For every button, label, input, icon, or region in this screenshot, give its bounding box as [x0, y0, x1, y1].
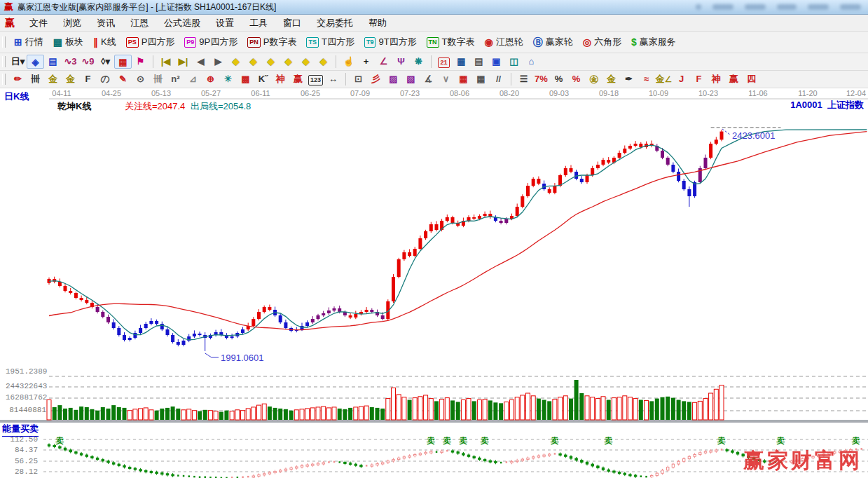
- f-ruler-tool[interactable]: F: [79, 72, 97, 86]
- remote-computer-button[interactable]: ⌂: [523, 55, 540, 69]
- info-panel-tool[interactable]: ▤: [44, 55, 62, 69]
- angle-mirror-tool[interactable]: ⊿: [184, 72, 202, 86]
- menu-item-设置[interactable]: 设置: [208, 15, 242, 31]
- j-angle-tool[interactable]: J: [673, 72, 690, 86]
- scale-list-tool[interactable]: ☰: [515, 72, 532, 86]
- f-angle-tool[interactable]: F: [690, 72, 708, 86]
- p-number-table-button[interactable]: PNP数字表: [242, 34, 301, 50]
- winner-service-button[interactable]: $赢家服务: [626, 34, 681, 50]
- wave-3-tool[interactable]: ∿3: [62, 55, 79, 69]
- n-square-tool[interactable]: n²: [167, 72, 184, 86]
- measure-dropdown[interactable]: ◊▾: [97, 55, 114, 69]
- percent-tool[interactable]: %: [550, 72, 567, 86]
- t-number-table-button[interactable]: TNT数字表: [422, 34, 480, 50]
- winner-wheel-button[interactable]: Ⓑ赢家轮: [528, 34, 578, 50]
- cycle-clock-tool[interactable]: ⊙: [132, 72, 149, 86]
- menu-item-资讯[interactable]: 资讯: [89, 15, 123, 31]
- gann-wheel-button[interactable]: ◉江恩轮: [480, 34, 528, 50]
- 9t-square-button[interactable]: T99T四方形: [359, 34, 422, 50]
- rect-select-tool[interactable]: ⊡: [350, 72, 367, 86]
- ink-pen-tool[interactable]: ✒: [620, 72, 638, 86]
- menu-item-窗口[interactable]: 窗口: [275, 15, 309, 31]
- titlebar-blurred-controls[interactable]: [696, 4, 861, 10]
- menu-item-江恩[interactable]: 江恩: [123, 15, 156, 31]
- menu-item-文件[interactable]: 文件: [22, 15, 55, 31]
- zoom-out-full-button[interactable]: ◆: [297, 55, 315, 69]
- percent-seven-tool[interactable]: 7%: [532, 72, 550, 86]
- zoom-out-horizontal-button[interactable]: ◆: [262, 55, 280, 69]
- titlebar-blob-icon[interactable]: [696, 4, 701, 10]
- diag-box2-tool[interactable]: ▧: [402, 72, 420, 86]
- titlebar-blob-icon[interactable]: [777, 4, 797, 10]
- mind-tool[interactable]: ❋: [410, 55, 427, 69]
- gold-angle-tool[interactable]: 金∠: [655, 72, 673, 86]
- target-cross-tool[interactable]: ⊕: [202, 72, 219, 86]
- star-grid-tool[interactable]: ✳: [219, 72, 237, 86]
- next-bar-button[interactable]: ▶: [209, 55, 227, 69]
- toolbar-grip[interactable]: [2, 56, 6, 67]
- titlebar-blob-icon[interactable]: [745, 4, 766, 10]
- p-square-button[interactable]: PSP四方形: [121, 34, 180, 50]
- 9p-square-button[interactable]: P99P四方形: [179, 34, 242, 50]
- sectors-button[interactable]: ▩板块: [48, 34, 88, 50]
- toolbar-grip[interactable]: [2, 36, 6, 48]
- titlebar-blob-icon[interactable]: [840, 4, 861, 10]
- t-square-button[interactable]: TST四方形: [301, 34, 359, 50]
- grid-dark-tool[interactable]: ▦: [472, 72, 490, 86]
- ray-angle-tool[interactable]: ∡: [420, 72, 437, 86]
- save-button[interactable]: ▣: [488, 55, 505, 69]
- zoom-in-full-button[interactable]: ◆: [315, 55, 332, 69]
- scroll-right-button[interactable]: ◆: [244, 55, 262, 69]
- quotes-button[interactable]: ⊞行情: [9, 34, 48, 50]
- gold-circle-tool[interactable]: ㊎: [585, 72, 602, 86]
- period-label[interactable]: 日K线: [4, 90, 29, 103]
- diag-box-tool[interactable]: ▨: [385, 72, 402, 86]
- kline-chart[interactable]: 04-1104-2505-1305-2706-1106-2507-0907-23…: [0, 88, 868, 478]
- ink-brush-tool[interactable]: ✎: [114, 72, 132, 86]
- ying-tool[interactable]: 赢: [289, 72, 307, 86]
- ruler-123-tool[interactable]: 123: [307, 72, 324, 86]
- first-bar-button[interactable]: |◀: [157, 55, 174, 69]
- shen-tool[interactable]: 神: [272, 72, 289, 86]
- grid-ticks-tool[interactable]: 卌: [149, 72, 167, 86]
- wave-channel-tool[interactable]: ≈: [638, 72, 655, 86]
- gold-ruler-tool[interactable]: 金: [44, 72, 62, 86]
- period-dropdown[interactable]: 日▾: [9, 55, 27, 69]
- shen-angle-tool[interactable]: 神: [708, 72, 725, 86]
- calculator-button[interactable]: ▦: [453, 55, 470, 69]
- brush-tool[interactable]: ✏: [9, 72, 27, 86]
- energy-indicator-label[interactable]: 能量买卖: [2, 423, 39, 437]
- zoom-in-horizontal-button[interactable]: ◆: [280, 55, 297, 69]
- gann-box-tool[interactable]: ▦: [114, 55, 132, 69]
- wave-9-tool[interactable]: ∿9: [79, 55, 97, 69]
- calendar-button[interactable]: 21: [435, 55, 453, 69]
- protractor-tool[interactable]: ∠: [375, 55, 392, 69]
- quote-mark-tool[interactable]: K˝: [254, 72, 272, 86]
- gann-grid-tool[interactable]: ◈: [27, 55, 44, 69]
- percent-line-tool[interactable]: %: [567, 72, 585, 86]
- color-flag-tool[interactable]: ⚑: [132, 55, 149, 69]
- ying-angle-tool[interactable]: 赢: [725, 72, 743, 86]
- titlebar-blob-icon[interactable]: [808, 4, 829, 10]
- magic-wand-tool[interactable]: Ψ: [392, 55, 410, 69]
- gold-line-tool[interactable]: 金: [602, 72, 620, 86]
- tick-ruler-tool[interactable]: 卌: [27, 72, 44, 86]
- menu-item-帮助[interactable]: 帮助: [361, 15, 394, 31]
- toolbar-grip[interactable]: [2, 74, 6, 85]
- last-bar-button[interactable]: ▶|: [174, 55, 192, 69]
- four-angle-tool[interactable]: 四: [743, 72, 760, 86]
- notes-button[interactable]: ▤: [470, 55, 488, 69]
- width-arrows-tool[interactable]: ↔: [324, 72, 342, 86]
- slant-lines-tool[interactable]: //: [490, 72, 507, 86]
- titlebar-blob-icon[interactable]: [712, 4, 733, 10]
- hexagon-button[interactable]: ◎六角形: [578, 34, 626, 50]
- scroll-left-button[interactable]: ◆: [227, 55, 244, 69]
- menu-item-浏览[interactable]: 浏览: [55, 15, 89, 31]
- fan-lines-tool[interactable]: 彡: [367, 72, 385, 86]
- gold-ruler2-tool[interactable]: 金: [62, 72, 79, 86]
- menu-item-公式选股[interactable]: 公式选股: [156, 15, 208, 31]
- grid-red-tool[interactable]: ▦: [455, 72, 472, 86]
- menu-item-交易委托[interactable]: 交易委托: [309, 15, 361, 31]
- menu-item-工具[interactable]: 工具: [242, 15, 275, 31]
- v-line-tool[interactable]: ∨: [437, 72, 455, 86]
